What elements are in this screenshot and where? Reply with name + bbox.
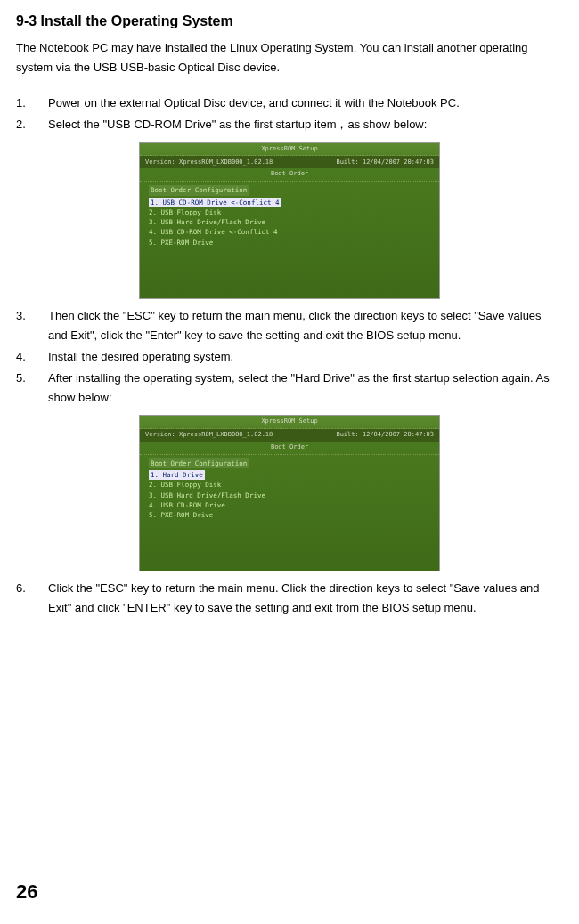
bios-item: 2. USB Floppy Disk bbox=[149, 480, 430, 490]
step-number: 6. bbox=[16, 579, 48, 618]
bios-config-label: Boot Order Configuration bbox=[149, 458, 249, 468]
bios-header: Version: XpressROM_LXDB000_1.02.18 Built… bbox=[140, 156, 439, 168]
bios-content: Boot Order Configuration 1. Hard Drive 2… bbox=[140, 455, 439, 524]
bios-header: Version: XpressROM_LXDB000_1.02.18 Built… bbox=[140, 429, 439, 442]
bios-top-title: XpressROM Setup bbox=[140, 416, 439, 429]
step-text: Power on the external Optical Disc devic… bbox=[48, 93, 563, 113]
bios-top-title: XpressROM Setup bbox=[140, 143, 439, 157]
bios-built: Built: 12/04/2007 20:47:03 bbox=[336, 158, 434, 168]
bios-item: 4. USB CD-ROM Drive bbox=[149, 500, 430, 510]
bios-item: 5. PXE-ROM Drive bbox=[149, 238, 430, 247]
bios-item: 4. USB CD-ROM Drive <-Conflict 4 bbox=[149, 227, 430, 237]
step-row: 1. Power on the external Optical Disc de… bbox=[16, 93, 563, 113]
step-row: 2. Select the "USB CD-ROM Drive" as the … bbox=[16, 115, 563, 134]
step-text: Install the desired operating system. bbox=[48, 347, 563, 367]
bios-item: 3. USB Hard Drive/Flash Drive bbox=[149, 490, 430, 500]
section-heading: 9-3 Install the Operating System bbox=[16, 9, 563, 33]
bios-subtitle: Boot Order bbox=[140, 168, 439, 182]
page-number: 26 bbox=[16, 875, 37, 908]
bios-subtitle: Boot Order bbox=[140, 442, 439, 455]
step-number: 5. bbox=[16, 369, 48, 408]
step-row: 5. After installing the operating system… bbox=[16, 369, 563, 408]
step-text: Click the "ESC" key to return the main m… bbox=[48, 579, 563, 618]
step-row: 3. Then click the "ESC" key to return th… bbox=[16, 306, 563, 345]
bios-item: 5. PXE-ROM Drive bbox=[149, 510, 430, 520]
step-number: 4. bbox=[16, 347, 48, 367]
step-row: 6. Click the "ESC" key to return the mai… bbox=[16, 579, 563, 618]
bios-built: Built: 12/04/2007 20:47:03 bbox=[336, 430, 434, 441]
bios-content: Boot Order Configuration 1. USB CD-ROM D… bbox=[140, 182, 439, 251]
bios-item: 3. USB Hard Drive/Flash Drive bbox=[149, 217, 430, 227]
bios-item-selected: 1. Hard Drive bbox=[149, 470, 205, 480]
bios-item-selected: 1. USB CD-ROM Drive <-Conflict 4 bbox=[149, 198, 281, 207]
bios-screenshot-2: XpressROM Setup Version: XpressROM_LXDB0… bbox=[139, 415, 440, 571]
bios-screenshot-1: XpressROM Setup Version: XpressROM_LXDB0… bbox=[139, 142, 440, 299]
step-row: 4. Install the desired operating system. bbox=[16, 347, 563, 367]
bios-config-label: Boot Order Configuration bbox=[149, 185, 249, 195]
step-text: Select the "USB CD-ROM Drive" as the fir… bbox=[48, 115, 563, 134]
step-text: Then click the "ESC" key to return the m… bbox=[48, 306, 563, 345]
bios-version: Version: XpressROM_LXDB000_1.02.18 bbox=[145, 430, 273, 441]
step-number: 1. bbox=[16, 93, 48, 113]
bios-item: 2. USB Floppy Disk bbox=[149, 207, 430, 217]
step-number: 2. bbox=[16, 115, 48, 134]
step-number: 3. bbox=[16, 306, 48, 345]
intro-paragraph: The Notebook PC may have installed the L… bbox=[16, 38, 563, 77]
bios-version: Version: XpressROM_LXDB000_1.02.18 bbox=[145, 158, 273, 168]
step-text: After installing the operating system, s… bbox=[48, 369, 563, 408]
